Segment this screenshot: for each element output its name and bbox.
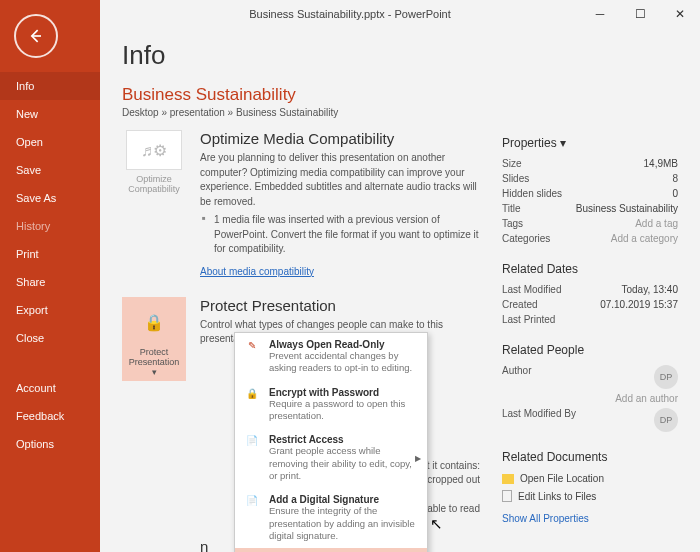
show-all-properties[interactable]: Show All Properties [502, 513, 589, 524]
date-last-modified: Last ModifiedToday, 13:40 [502, 282, 678, 297]
lock-icon: 🔒 [126, 303, 182, 343]
nav-options[interactable]: Options [0, 430, 100, 458]
author-avatar[interactable]: DP [654, 365, 678, 389]
dd-always-open-read-only[interactable]: ✎Always Open Read-OnlyPrevent accidental… [235, 333, 427, 381]
page-icon [502, 490, 512, 502]
nav-save-as[interactable]: Save As [0, 184, 100, 212]
protect-heading: Protect Presentation [200, 297, 484, 314]
prop-slides: Slides8 [502, 171, 678, 186]
related-dates-heading: Related Dates [502, 262, 678, 276]
dd-encrypt-with-password[interactable]: 🔒Encrypt with PasswordRequire a password… [235, 381, 427, 429]
nav-account[interactable]: Account [0, 374, 100, 402]
prop-categories[interactable]: CategoriesAdd a category [502, 231, 678, 246]
minimize-button[interactable]: ─ [580, 0, 620, 28]
optimize-note: 1 media file was inserted with a previou… [214, 213, 484, 257]
back-button[interactable] [14, 14, 58, 58]
maximize-button[interactable]: ☐ [620, 0, 660, 28]
title-bar: Business Sustainability.pptx - PowerPoin… [0, 0, 700, 28]
nav-new[interactable]: New [0, 100, 100, 128]
breadcrumb: Desktop » presentation » Business Sustai… [122, 107, 678, 118]
add-author[interactable]: Add an author [615, 393, 678, 404]
date-last-printed: Last Printed [502, 312, 678, 327]
modified-avatar[interactable]: DP [654, 408, 678, 432]
properties-heading[interactable]: Properties ▾ [502, 136, 678, 150]
dd-add-a-digital-signature[interactable]: 📄Add a Digital SignatureEnsure the integ… [235, 488, 427, 548]
optimize-compatibility-button[interactable]: ♬⚙ Optimize Compatibility [122, 130, 186, 279]
dd-restrict-access[interactable]: 📄Restrict AccessGrant people access whil… [235, 428, 427, 488]
optimize-desc: Are you planning to deliver this present… [200, 151, 484, 209]
close-button[interactable]: ✕ [660, 0, 700, 28]
backstage-sidebar: InfoNewOpenSaveSave AsHistoryPrintShareE… [0, 0, 100, 552]
related-people-heading: Related People [502, 343, 678, 357]
edit-links[interactable]: Edit Links to Files [502, 487, 678, 505]
lock-icon: 🔒 [243, 387, 261, 423]
page-title: Info [122, 40, 678, 71]
prop-size: Size14,9MB [502, 156, 678, 171]
sign-icon: 📄 [243, 494, 261, 542]
prop-tags[interactable]: TagsAdd a tag [502, 216, 678, 231]
media-icon: ♬⚙ [126, 130, 182, 170]
nav-print[interactable]: Print [0, 240, 100, 268]
nav-history[interactable]: History [0, 212, 100, 240]
optimize-heading: Optimize Media Compatibility [200, 130, 484, 147]
nav-share[interactable]: Share [0, 268, 100, 296]
pencil-icon: ✎ [243, 339, 261, 375]
open-file-location[interactable]: Open File Location [502, 470, 678, 487]
folder-icon [502, 474, 514, 484]
protect-presentation-button[interactable]: 🔒 Protect Presentation ▾ [122, 297, 186, 381]
nav-export[interactable]: Export [0, 296, 100, 324]
nav-feedback[interactable]: Feedback [0, 402, 100, 430]
restrict-icon: 📄 [243, 434, 261, 482]
related-docs-heading: Related Documents [502, 450, 678, 464]
protect-dropdown: ✎Always Open Read-OnlyPrevent accidental… [234, 332, 428, 552]
nav-save[interactable]: Save [0, 156, 100, 184]
window-title: Business Sustainability.pptx - PowerPoin… [249, 8, 451, 20]
nav-open[interactable]: Open [0, 128, 100, 156]
prop-title: TitleBusiness Sustainability [502, 201, 678, 216]
date-created: Created07.10.2019 15:37 [502, 297, 678, 312]
dd-mark-as-final[interactable]: ✎Mark as FinalLet readers know the prese… [235, 548, 427, 552]
nav-close[interactable]: Close [0, 324, 100, 352]
back-arrow-icon [26, 26, 46, 46]
about-media-link[interactable]: About media compatibility [200, 266, 314, 277]
document-title: Business Sustainability [122, 85, 678, 105]
nav-info[interactable]: Info [0, 72, 100, 100]
chevron-right-icon: ▶ [415, 454, 421, 463]
prop-hidden-slides: Hidden slides0 [502, 186, 678, 201]
